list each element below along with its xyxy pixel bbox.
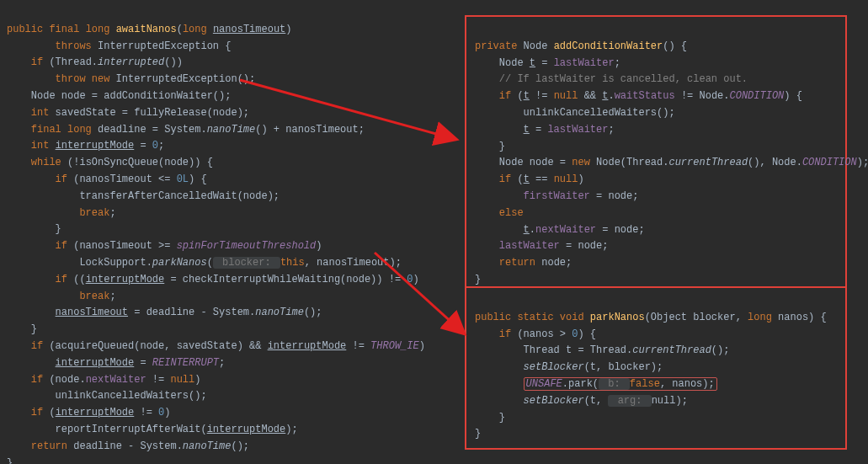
text: (acquireQueued(node, savedState) && <box>43 340 267 352</box>
var: t <box>530 57 535 69</box>
method-name: addConditionWaiter <box>554 40 663 52</box>
kw: else <box>499 207 524 219</box>
text: (( <box>67 274 86 285</box>
text: != <box>134 407 158 419</box>
text: = <box>530 124 548 136</box>
text: (nanos > <box>511 328 572 340</box>
text: (Object blocker, <box>645 312 748 323</box>
text: ) <box>164 407 170 419</box>
brace: } <box>475 274 481 285</box>
num: 0 <box>152 140 158 152</box>
text: = node; <box>560 240 609 252</box>
text: ); <box>857 157 868 168</box>
text: ) <box>194 374 200 386</box>
text: .park( <box>562 378 599 390</box>
kw: false <box>630 378 660 390</box>
param-hint: b: <box>599 378 630 390</box>
var: interruptMode <box>56 407 135 419</box>
field: lastWaiter <box>499 240 560 252</box>
text: = node; <box>596 224 645 236</box>
var: interruptMode <box>86 274 165 285</box>
text <box>584 312 590 323</box>
text: (!isOnSyncQueue(node)) { <box>61 157 213 168</box>
brace: } <box>31 323 37 335</box>
kw: public static void <box>475 312 584 323</box>
kw: if <box>31 340 43 352</box>
kw: if <box>56 173 67 185</box>
call: interrupted <box>98 56 164 68</box>
text: (t, <box>584 395 609 407</box>
text: = node; <box>590 190 639 202</box>
kw: if <box>31 56 43 68</box>
field: lastWaiter <box>554 57 615 69</box>
kw: return <box>31 440 67 452</box>
kw: if <box>499 90 511 102</box>
field: UNSAFE <box>526 378 562 390</box>
text: InterruptedException { <box>98 40 231 52</box>
highlighted-call: UNSAFE.park( b: false, nanos); <box>524 377 717 391</box>
kw: int <box>31 140 56 152</box>
text: (); <box>231 440 249 452</box>
call: nanoTime <box>255 307 304 318</box>
field: firstWaiter <box>524 190 590 202</box>
text: ); <box>285 424 297 435</box>
text: node; <box>535 257 572 269</box>
kw: if <box>31 374 43 386</box>
text: ) <box>413 274 419 285</box>
text: ( <box>511 90 523 102</box>
left-code-block: public final long awaitNanos(long nanosT… <box>7 5 425 464</box>
text: == <box>530 173 554 185</box>
text: nanos) { <box>772 312 827 323</box>
field: lastWaiter <box>547 124 608 136</box>
var: interruptMode <box>268 340 347 352</box>
const: CONDITION <box>802 157 857 168</box>
text: ; <box>109 207 115 219</box>
text: != <box>530 90 554 102</box>
kw: throws <box>56 40 92 52</box>
param-hint: blocker: <box>213 257 280 269</box>
text: = deadline - System. <box>128 307 255 318</box>
text: Node node = <box>499 157 572 168</box>
text: reportInterruptAfterWait( <box>56 424 207 435</box>
kw: public <box>7 24 43 35</box>
text: = checkInterruptWhileWaiting(node)) != <box>164 274 407 285</box>
text: ; <box>608 124 614 136</box>
text: , nanosTimeout); <box>305 257 402 269</box>
text: ; <box>615 57 620 69</box>
kw: while <box>31 157 61 168</box>
text: ) { <box>189 173 207 185</box>
text: != <box>146 374 171 386</box>
field: waitStatus <box>615 90 675 102</box>
call: setBlocker <box>524 361 584 373</box>
text: . <box>530 224 535 236</box>
kw: return <box>499 257 535 269</box>
var: nanosTimeout <box>56 307 128 318</box>
kw: private <box>475 40 517 52</box>
kw: if <box>31 407 43 419</box>
text: transferAfterCancelledWait(node); <box>79 190 280 202</box>
text: ; <box>158 140 164 152</box>
text: (nanosTimeout <= <box>67 173 177 185</box>
text: () + nanosTimeout; <box>255 124 365 136</box>
kw: if <box>499 328 511 340</box>
text: ; <box>109 291 115 302</box>
field: nextWaiter <box>535 224 596 236</box>
brace: } <box>499 412 505 424</box>
text: ( <box>207 257 213 269</box>
text: ) <box>578 173 583 185</box>
call: currentThread <box>668 157 748 168</box>
var: interruptMode <box>207 424 286 435</box>
text: Thread t = Thread. <box>524 344 633 356</box>
kw: this <box>280 257 305 269</box>
var: t <box>524 90 530 102</box>
var: t <box>524 124 530 136</box>
text: ( <box>43 407 55 419</box>
method-name: parkNanos <box>590 312 645 323</box>
text: (); <box>304 307 322 318</box>
text: = <box>535 57 554 69</box>
text: && <box>578 90 602 102</box>
num: 0L <box>177 173 189 185</box>
text: ( <box>511 173 523 185</box>
call: setBlocker <box>524 395 584 407</box>
text: savedState = fullyRelease(node); <box>49 107 249 119</box>
